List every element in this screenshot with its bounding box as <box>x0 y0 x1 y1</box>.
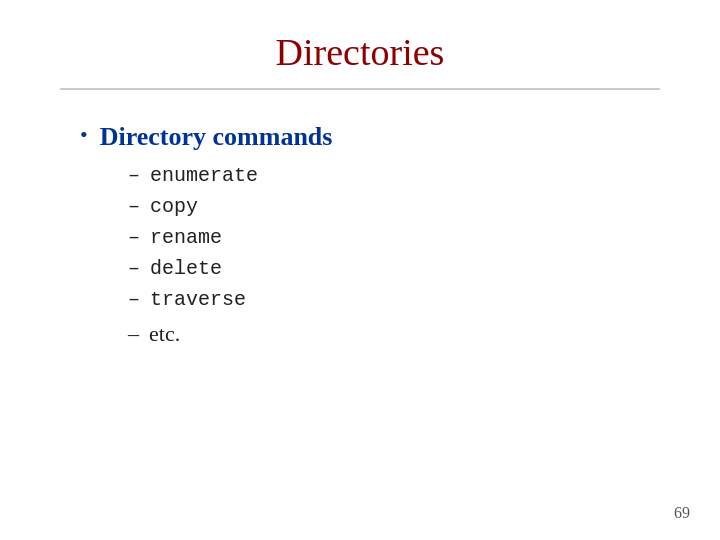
bullet-dot: • <box>80 122 88 148</box>
list-item: – copy <box>128 195 660 218</box>
content-area: • Directory commands – enumerate – copy … <box>60 120 660 347</box>
slide-title: Directories <box>60 30 660 74</box>
sub-item-label-3: rename <box>150 226 222 249</box>
sub-item-label-5: traverse <box>150 288 246 311</box>
sub-item-label-1: enumerate <box>150 164 258 187</box>
list-item: – delete <box>128 257 660 280</box>
sub-items-list: – enumerate – copy – rename – delete – t… <box>80 164 660 311</box>
etc-label: etc. <box>149 321 180 347</box>
main-bullet: • Directory commands <box>80 120 660 154</box>
list-item: – traverse <box>128 288 660 311</box>
sub-dash-2: – <box>128 195 140 218</box>
sub-item-label-4: delete <box>150 257 222 280</box>
list-item: – enumerate <box>128 164 660 187</box>
sub-dash-4: – <box>128 257 140 280</box>
sub-dash-5: – <box>128 288 140 311</box>
page-number: 69 <box>674 504 690 522</box>
slide: Directories • Directory commands – enume… <box>0 0 720 540</box>
bullet-label: Directory commands <box>100 120 333 154</box>
sub-item-label-2: copy <box>150 195 198 218</box>
sub-dash-1: – <box>128 164 140 187</box>
etc-dash: – <box>128 321 139 347</box>
etc-item: – etc. <box>80 321 660 347</box>
title-area: Directories <box>60 30 660 90</box>
list-item: – rename <box>128 226 660 249</box>
sub-dash-3: – <box>128 226 140 249</box>
